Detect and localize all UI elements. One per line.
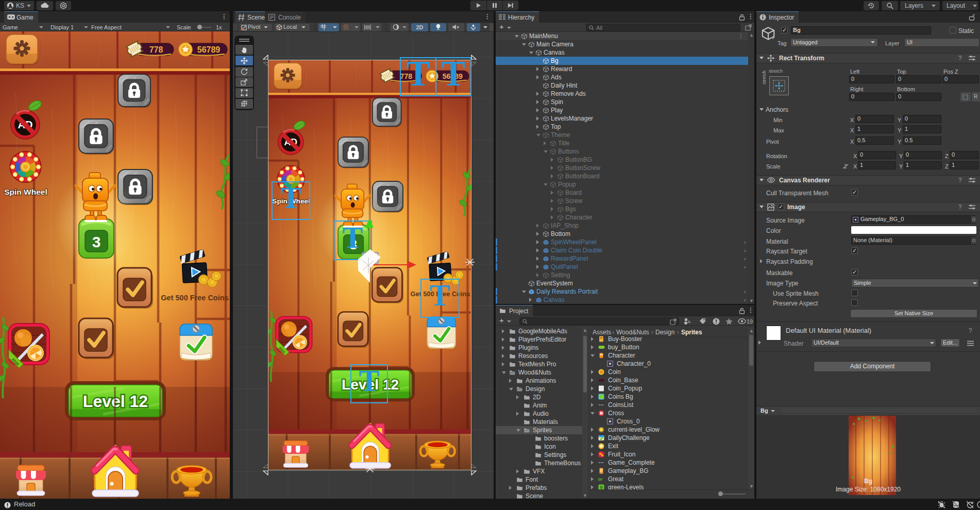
svg-text:T: T [442, 54, 465, 93]
svg-text:Y: Y [323, 27, 326, 31]
svg-text:T: T [342, 220, 363, 254]
svg-text:T: T [359, 364, 379, 398]
svg-text:Gr: Gr [598, 478, 603, 481]
svg-text:T: T [280, 181, 301, 215]
svg-text:T: T [430, 278, 450, 312]
svg-text:T: T [406, 54, 430, 93]
